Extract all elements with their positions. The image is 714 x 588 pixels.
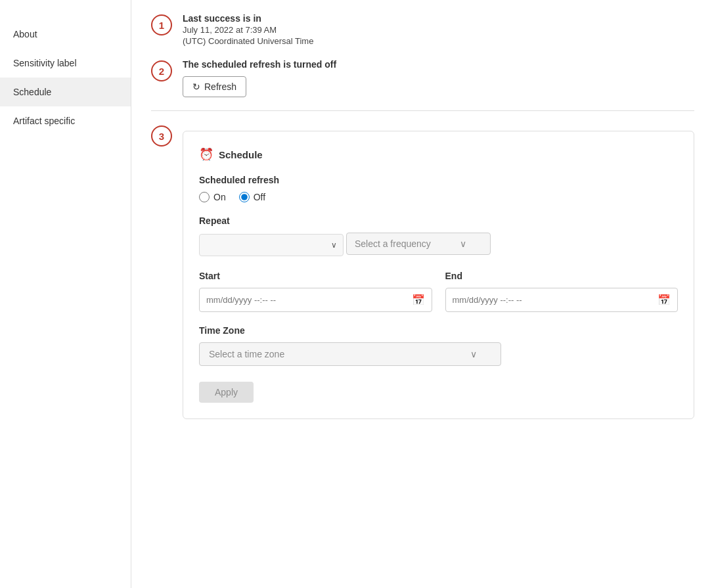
radio-off-label: Off: [254, 192, 265, 202]
scheduled-off-text: The scheduled refresh is turned off: [183, 59, 694, 70]
last-success-title: Last success is in: [183, 13, 694, 24]
step-1-content: Last success is in July 11, 2022 at 7:39…: [183, 13, 694, 46]
frequency-select-wrapper: ∨ [data-name="frequency-select"] option:…: [199, 234, 344, 256]
sidebar-item-artifact-specific[interactable]: Artifact specific: [0, 106, 131, 135]
radio-group: On Off: [199, 192, 678, 202]
step-2-content: The scheduled refresh is turned off ↻ Re…: [183, 59, 694, 97]
end-field: End 📅: [445, 271, 679, 312]
step-3-badge: 3: [151, 125, 172, 147]
repeat-label: Repeat: [199, 215, 678, 226]
clock-icon: ⏰: [199, 147, 213, 162]
section-divider: [151, 110, 694, 111]
schedule-card: ⏰ Schedule Scheduled refresh On: [183, 131, 694, 419]
start-calendar-icon[interactable]: 📅: [412, 294, 425, 306]
step-3-section: 3 ⏰ Schedule Scheduled refresh: [151, 124, 694, 419]
step-3-content: ⏰ Schedule Scheduled refresh On: [183, 124, 694, 419]
step-2-section: 2 The scheduled refresh is turned off ↻ …: [151, 59, 694, 97]
start-field: Start 📅: [199, 271, 432, 312]
schedule-card-header: ⏰ Schedule: [199, 147, 678, 162]
start-label: Start: [199, 271, 432, 281]
sidebar-item-schedule-label: Schedule: [13, 87, 51, 97]
sidebar-item-sensitivity-label[interactable]: Sensitivity label: [0, 49, 131, 78]
sidebar-item-sensitivity-label-label: Sensitivity label: [13, 58, 77, 68]
sidebar-item-about[interactable]: About: [0, 20, 131, 49]
end-input-wrapper: 📅: [445, 288, 679, 312]
end-date-input[interactable]: [453, 295, 658, 305]
timezone-label: Time Zone: [199, 325, 678, 336]
step-1-section: 1 Last success is in July 11, 2022 at 7:…: [151, 13, 694, 46]
main-content: 1 Last success is in July 11, 2022 at 7:…: [131, 0, 714, 588]
schedule-card-title: Schedule: [219, 149, 263, 160]
sidebar-item-about-label: About: [13, 29, 37, 39]
radio-on-option[interactable]: On: [199, 192, 226, 202]
scheduled-refresh-section: Scheduled refresh On Off: [199, 175, 678, 202]
timezone-section: Time Zone Select a time zone ∨ Select a …: [199, 325, 678, 369]
radio-off-option[interactable]: Off: [239, 192, 265, 202]
end-label: End: [445, 271, 679, 281]
sidebar: About Sensitivity label Schedule Artifac…: [0, 0, 131, 588]
end-calendar-icon[interactable]: 📅: [658, 294, 671, 306]
date-row: Start 📅 End 📅: [199, 271, 678, 312]
last-success-timezone: (UTC) Coordinated Universal Time: [183, 36, 694, 46]
radio-on-label: On: [213, 192, 226, 202]
refresh-button[interactable]: ↻ Refresh: [183, 76, 246, 97]
refresh-icon: ↻: [192, 81, 200, 92]
refresh-button-label: Refresh: [204, 81, 236, 92]
step-1-badge: 1: [151, 14, 172, 35]
apply-button-label: Apply: [215, 387, 238, 397]
apply-button[interactable]: Apply: [199, 382, 254, 403]
last-success-date: July 11, 2022 at 7:39 AM: [183, 25, 694, 35]
radio-off-input[interactable]: [239, 192, 250, 202]
start-date-input[interactable]: [206, 295, 412, 305]
sidebar-item-schedule[interactable]: Schedule: [0, 78, 131, 106]
sidebar-item-artifact-specific-label: Artifact specific: [13, 116, 75, 126]
step-2-badge: 2: [151, 60, 172, 81]
scheduled-refresh-label: Scheduled refresh: [199, 175, 678, 185]
start-input-wrapper: 📅: [199, 288, 432, 312]
frequency-select[interactable]: [199, 234, 344, 256]
frequency-section: Repeat ∨ [data-name="frequency-select"] …: [199, 215, 678, 258]
radio-on-input[interactable]: [199, 192, 210, 202]
